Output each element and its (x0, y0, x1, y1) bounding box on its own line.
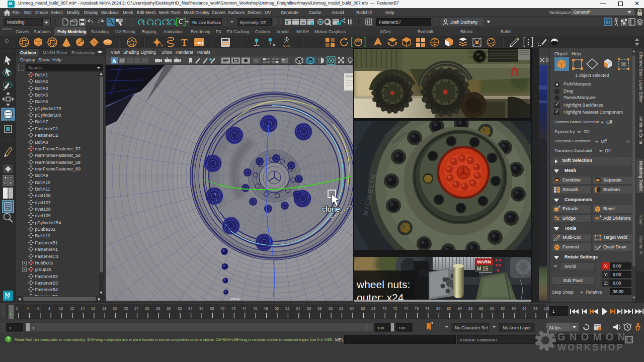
svg-text:0,0,0: 0,0,0 (283, 44, 290, 47)
svg-text:20: 20 (113, 306, 117, 311)
svg-text:70: 70 (382, 306, 386, 311)
svg-text:1: 1 (9, 326, 12, 330)
svg-text:16: 16 (91, 306, 95, 311)
svg-text:100: 100 (398, 326, 406, 330)
svg-text:54: 54 (296, 306, 300, 311)
svg-text:78: 78 (425, 306, 429, 311)
svg-text:GNOMON: GNOMON (557, 331, 629, 342)
svg-text:2: 2 (16, 306, 18, 311)
svg-text:80: 80 (436, 306, 440, 311)
svg-text:76: 76 (415, 306, 419, 311)
svg-text:48: 48 (264, 306, 268, 311)
svg-text:24: 24 (134, 306, 138, 311)
svg-text:1: 1 (552, 309, 555, 314)
svg-text:68: 68 (371, 306, 375, 311)
svg-text:32: 32 (178, 306, 182, 311)
svg-text:90: 90 (490, 306, 494, 311)
svg-text:THE: THE (553, 332, 556, 340)
svg-text:46: 46 (253, 306, 257, 311)
svg-text:50: 50 (275, 306, 279, 311)
svg-text:outer: x24: outer: x24 (357, 292, 404, 300)
svg-text:1: 1 (10, 312, 12, 317)
svg-text:4: 4 (27, 306, 29, 311)
svg-text:svg: svg (195, 40, 203, 45)
svg-text:98: 98 (533, 306, 537, 311)
svg-text:52: 52 (285, 306, 289, 311)
svg-text:66: 66 (361, 306, 365, 311)
svg-text:IPR: IPR (301, 22, 305, 25)
svg-text:T: T (282, 58, 285, 63)
svg-text:74: 74 (404, 306, 408, 311)
svg-text:persp: persp (230, 296, 241, 301)
svg-text:28: 28 (156, 306, 160, 311)
svg-text:RIGH: RIGH (346, 75, 353, 78)
svg-text:62: 62 (339, 306, 343, 311)
svg-text:WARN: WARN (477, 259, 491, 264)
svg-text:No Anim Layer: No Anim Layer (503, 325, 531, 330)
svg-text:96: 96 (522, 306, 526, 311)
svg-text:30: 30 (167, 306, 171, 311)
svg-text:94: 94 (512, 306, 516, 311)
svg-text:1: 1 (32, 326, 35, 330)
svg-text:18: 18 (102, 306, 106, 311)
svg-text:64: 64 (350, 306, 354, 311)
svg-text:12: 12 (70, 306, 74, 311)
svg-text:A: A (112, 58, 116, 64)
svg-text:38: 38 (210, 306, 214, 311)
svg-text:88: 88 (479, 306, 483, 311)
svg-text:56: 56 (307, 306, 311, 311)
svg-text:86: 86 (468, 306, 472, 311)
svg-text:42: 42 (231, 306, 235, 311)
svg-text:T: T (181, 37, 188, 48)
svg-text:No Character Set: No Character Set (455, 325, 488, 330)
svg-text:14: 14 (80, 306, 85, 311)
svg-text:6: 6 (37, 306, 39, 311)
svg-text:WORKSHOP: WORKSHOP (557, 342, 624, 352)
svg-text:72: 72 (393, 306, 397, 311)
svg-text:82: 82 (447, 306, 451, 311)
svg-text:clone: clone (322, 205, 340, 213)
svg-text:26: 26 (145, 306, 149, 311)
svg-text:92: 92 (501, 306, 505, 311)
svg-text:M 15: M 15 (477, 266, 489, 272)
svg-text:8: 8 (48, 306, 50, 311)
svg-text:36: 36 (199, 306, 203, 311)
svg-text:34: 34 (188, 306, 192, 311)
svg-text:wheel nuts:: wheel nuts: (356, 279, 410, 290)
svg-text:44: 44 (242, 306, 246, 311)
svg-text:40: 40 (220, 306, 224, 311)
svg-text:100: 100 (377, 326, 384, 330)
svg-text:58: 58 (317, 306, 321, 311)
svg-text:22: 22 (124, 306, 128, 311)
svg-text:10: 10 (59, 306, 63, 311)
svg-text:60: 60 (329, 306, 333, 311)
svg-text:84: 84 (458, 306, 462, 311)
